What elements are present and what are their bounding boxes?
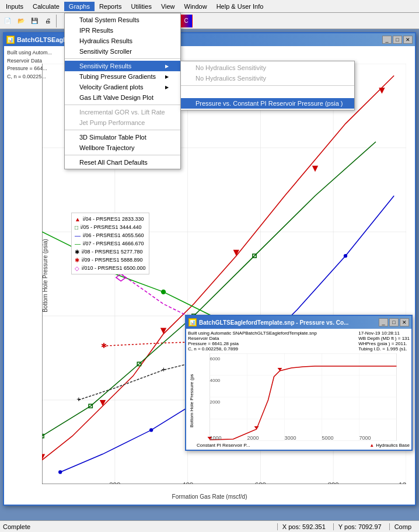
close-button[interactable]: ✕ [403, 36, 413, 44]
inner-minimize-button[interactable]: _ [379, 318, 388, 326]
inner-x-footer: Constant PI Reservoir P... ▲ Hydraulics … [197, 443, 410, 448]
inner-popup-window: 📊 BatchGLTSEaglefordTemplate.snp - Press… [185, 315, 413, 451]
legend-label-7: i/010 - PRSRES1 6500.000 [82, 265, 146, 271]
toolbar-print[interactable]: 🖨 [41, 15, 54, 27]
legend-item-2: □ i/05 - PRSRES1 3444.440 [75, 223, 146, 231]
legend-marker-4: — [75, 241, 81, 247]
legend-item-4: — i/07 - PRSRES1 4666.670 [75, 239, 146, 248]
legend-marker-2: □ [75, 224, 78, 231]
legend-item-7: ◇ i/010 - PRSRES1 6500.000 [75, 264, 146, 272]
menu-gas-lift-valve[interactable]: Gas Lift Valve Design Plot [65, 92, 180, 103]
svg-point-26 [149, 428, 153, 432]
svg-text:+: + [76, 395, 81, 404]
submenu-arrow-2: ▶ [165, 74, 169, 79]
inner-chart-container: Bottom Hole Pressure (ps [188, 353, 410, 448]
menu-tubing-pressure[interactable]: Tubing Pressure Gradients ▶ [65, 71, 180, 82]
legend-marker-7: ◇ [75, 265, 79, 272]
minimize-button[interactable]: _ [382, 36, 392, 44]
legend-label-4: i/07 - PRSRES1 4666.670 [83, 241, 144, 246]
inner-window-content: Built using Automatic SNAPBatchGLTSEagle… [186, 329, 411, 450]
inner-x-label: Constant PI Reservoir P... [197, 443, 250, 448]
svg-text:600: 600 [255, 481, 266, 484]
maximize-button[interactable]: □ [393, 36, 402, 44]
svg-text:1200: 1200 [399, 481, 406, 484]
sub-sep1 [181, 85, 354, 86]
svg-text:+: + [162, 366, 166, 374]
svg-point-30 [161, 290, 166, 294]
toolbar-open[interactable]: 📂 [15, 15, 27, 27]
menu-reports[interactable]: Reports [95, 2, 127, 11]
window-icon: 📊 [6, 36, 15, 44]
toolbar-new[interactable]: 📄 [1, 15, 14, 27]
svg-point-25 [58, 470, 62, 474]
menubar: Inputs Calculate Graphs Reports Utilitie… [0, 0, 419, 13]
svg-text:800: 800 [328, 481, 339, 484]
menu-velocity-gradient[interactable]: Velocity Gradient plots ▶ [65, 82, 180, 92]
legend-marker-3: — [75, 232, 81, 239]
legend-label-5: i/08 - PRSRES1 5277.780 [82, 249, 143, 255]
inner-chart-area: 1000 2000 3000 5000 7000 6000 4000 2000 … [197, 353, 410, 448]
toolbar-sep1 [56, 15, 59, 27]
svg-marker-15 [100, 400, 106, 406]
menu-jet-pump: Jet Pump Performance [65, 117, 180, 128]
inner-maximize-button[interactable]: □ [389, 318, 399, 326]
inner-y-label: Bottom Hole Pressure (ps [188, 353, 195, 448]
window-controls: _ □ ✕ [382, 36, 413, 44]
menu-incremental-gor: Incremental GOR vs. Lift Rate [65, 107, 180, 117]
svg-text:✱: ✱ [101, 342, 107, 350]
menu-sensitivity-results[interactable]: Sensitivity Results ▶ No Hydraulics Sens… [65, 61, 180, 71]
svg-text:2000: 2000 [247, 435, 259, 441]
svg-text:2000: 2000 [210, 399, 221, 405]
svg-marker-18 [312, 166, 318, 172]
toolbar: 📄 📂 💾 🖨 ▶ ⏸ ⏹ 📊 📈 📉 🔍 🔎 C [0, 13, 419, 29]
toolbar-color[interactable]: C [180, 15, 193, 27]
legend-item-1: ▲ i/04 - PRSRES1 2833.330 [75, 215, 146, 223]
statusbar: Complete X pos: 592.351 Y pos: 7092.97 C… [0, 520, 419, 532]
legend-label-3: i/06 - PRSRES1 4055.560 [83, 232, 144, 238]
legend-label-2: i/05 - PRSRES1 3444.440 [81, 224, 142, 230]
menu-total-system-results[interactable]: Total System Results [65, 15, 180, 25]
legend-marker-1: ▲ [75, 216, 81, 222]
legend-item-3: — i/06 - PRSRES1 4055.560 [75, 231, 146, 239]
menu-ipr-results[interactable]: IPR Results [65, 25, 180, 36]
menu-graphs[interactable]: Graphs [64, 2, 95, 11]
menu-utilities[interactable]: Utilities [126, 2, 156, 11]
menu-help[interactable]: Help & User Info [212, 2, 268, 11]
menu-wellbore-trajectory[interactable]: Wellbore Trajectory [65, 142, 180, 153]
menu-reset-chart-defaults[interactable]: Reset All Chart Defaults [65, 157, 180, 168]
inner-close-button[interactable]: ✕ [400, 318, 409, 326]
status-x-pos: X pos: 592.351 [277, 523, 330, 530]
menu-sensitivity-scroller[interactable]: Sensitivity Scroller [65, 46, 180, 57]
inner-window-title: BatchGLTSEaglefordTemplate.snp - Pressur… [199, 319, 376, 326]
sub-no-hydraulics-1: No Hydraulics Sensitivity [181, 62, 354, 73]
status-position: X pos: 592.351 Y pos: 7092.97 Comp [277, 523, 416, 530]
inner-legend-text: Hydraulics Base [376, 443, 410, 448]
inner-info-left: Built using Automatic SNAPBatchGLTSEagle… [188, 331, 317, 352]
inner-legend-marker: ▲ [369, 443, 374, 448]
menu-3d-simulator[interactable]: 3D Simulator Table Plot [65, 132, 180, 142]
svg-text:7000: 7000 [359, 435, 371, 441]
svg-text:200: 200 [109, 481, 120, 484]
sub-pressure-vs-constant[interactable]: Pressure vs. Constant PI Reservoir Press… [181, 98, 354, 109]
submenu-arrow-1: ▶ [165, 64, 169, 69]
menu-inputs[interactable]: Inputs [1, 2, 28, 11]
menu-sep4 [65, 155, 180, 155]
toolbar-save[interactable]: 💾 [28, 15, 41, 27]
inner-window-icon: 📊 [188, 318, 197, 326]
menu-view[interactable]: View [156, 2, 180, 11]
sub-no-hydraulics-2: No Hydraulics Sensitivity [181, 73, 354, 84]
menu-calculate[interactable]: Calculate [28, 2, 64, 11]
submenu-arrow-3: ▶ [165, 85, 169, 90]
legend-marker-5: ✱ [75, 249, 79, 255]
menu-window[interactable]: Window [180, 2, 212, 11]
inner-legend: ▲ Hydraulics Base [369, 443, 410, 448]
status-complete: Complete [3, 523, 277, 530]
x-axis-label: Formation Gas Rate (mscf/d) [172, 493, 247, 500]
svg-marker-16 [160, 328, 166, 334]
inner-window-titlebar: 📊 BatchGLTSEaglefordTemplate.snp - Press… [186, 316, 411, 329]
sub-rate-vs-constant[interactable]: Rate vs. Constant PI Reservoir Pressure … [181, 88, 354, 98]
inner-info-right: 17-Nov-19 10:28:11 WB Depth (MD ft ) = 1… [358, 331, 410, 352]
svg-text:5000: 5000 [322, 435, 334, 441]
menu-hydraulics-results[interactable]: Hydraulics Results [65, 36, 180, 46]
inner-window-controls: _ □ ✕ [379, 318, 409, 326]
